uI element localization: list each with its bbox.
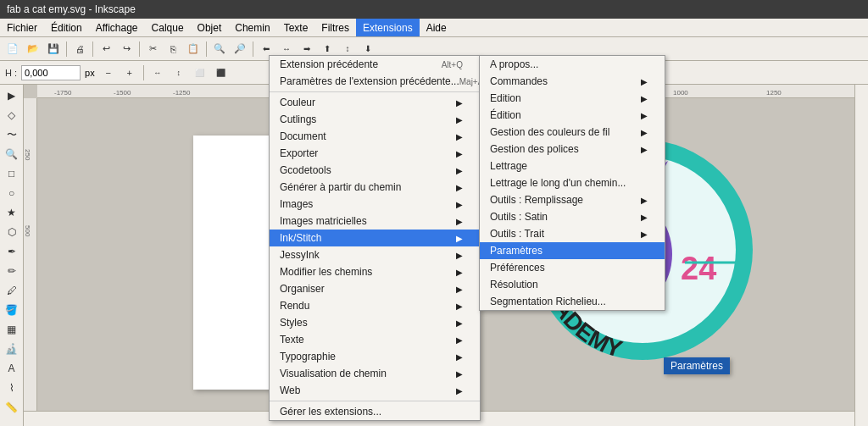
ext-images[interactable]: Images ▶ (270, 196, 480, 213)
decrease-btn[interactable]: − (99, 64, 118, 82)
right-panel (854, 85, 868, 426)
zoom-out-btn[interactable]: 🔎 (231, 40, 249, 58)
toolbar-sep5 (253, 41, 253, 57)
vertical-ruler: 250 500 (24, 98, 37, 426)
ext-gcodetools[interactable]: Gcodetools ▶ (270, 162, 480, 179)
toolbar-sep4 (206, 41, 207, 57)
tweak-tool[interactable]: 〜 (3, 125, 21, 144)
ruler-mark: 1000 (673, 89, 688, 97)
ext-typo[interactable]: Typographie ▶ (270, 348, 480, 365)
menu-extensions[interactable]: Extensions (356, 19, 420, 36)
increase-btn[interactable]: + (120, 64, 139, 82)
calligraphy-tool[interactable]: 🖊 (3, 281, 21, 300)
menu-calque[interactable]: Calque (145, 19, 191, 36)
inkstitch-preferences[interactable]: Préférences (480, 259, 665, 276)
inkstitch-outils-trait[interactable]: Outils : Trait ▶ (480, 225, 665, 242)
inkstitch-apropos[interactable]: A propos... (480, 56, 665, 73)
inkstitch-edition1[interactable]: Edition ▶ (480, 90, 665, 107)
inkstitch-resolution[interactable]: Résolution (480, 276, 665, 293)
window-title: fab a cat emy.svg - Inkscape (7, 3, 136, 15)
undo-btn[interactable]: ↩ (97, 40, 115, 58)
menu-chemin[interactable]: Chemin (228, 19, 276, 36)
ext-styles[interactable]: Styles ▶ (270, 314, 480, 331)
inkstitch-outils-satin[interactable]: Outils : Satin ▶ (480, 208, 665, 225)
copy-btn[interactable]: ⎘ (164, 40, 182, 58)
parametres-tooltip: Paramètres (664, 357, 730, 374)
inkstitch-gestion-couleurs[interactable]: Gestion des couleurs de fil ▶ (480, 124, 665, 141)
print-btn[interactable]: 🖨 (70, 40, 89, 58)
ext-inkstitch[interactable]: Ink/Stitch ▶ (270, 230, 480, 246)
flip-h-btn[interactable]: ↔ (148, 64, 167, 82)
inkstitch-edition2[interactable]: Édition ▶ (480, 107, 665, 124)
ext-sep2 (270, 401, 480, 401)
unit-label: px (85, 68, 95, 78)
redo-btn[interactable]: ↪ (117, 40, 136, 58)
menu-affichage[interactable]: Affichage (89, 19, 145, 36)
open-btn[interactable]: 📂 (24, 40, 42, 58)
inkstitch-commandes[interactable]: Commandes ▶ (480, 73, 665, 90)
gradient-tool[interactable]: ▦ (3, 320, 21, 339)
ext-sep1 (270, 91, 480, 92)
inkstitch-lettrage[interactable]: Lettrage (480, 158, 665, 174)
title-bar: fab a cat emy.svg - Inkscape (0, 0, 868, 19)
ext-document[interactable]: Document ▶ (270, 128, 480, 145)
flip-v-btn[interactable]: ↕ (170, 64, 188, 82)
ext-cutlings[interactable]: Cutlings ▶ (270, 111, 480, 128)
inkstitch-parametres[interactable]: Paramètres (480, 242, 665, 259)
ext-rendu[interactable]: Rendu ▶ (270, 297, 480, 314)
zoom-in-btn[interactable]: 🔍 (210, 40, 229, 58)
ruler-mark: 500 (24, 225, 31, 236)
circle-tool[interactable]: ○ (3, 184, 21, 202)
ext-exporter[interactable]: Exporter ▶ (270, 145, 480, 162)
menu-objet[interactable]: Objet (191, 19, 229, 36)
menu-edition[interactable]: Édition (44, 19, 89, 36)
pencil-tool[interactable]: ✏ (3, 262, 21, 280)
ruler-mark: -1750 (54, 89, 71, 97)
bucket-tool[interactable]: 🪣 (3, 301, 21, 319)
ext-images-mat[interactable]: Images matricielles ▶ (270, 213, 480, 230)
inkstitch-outils-remplissage[interactable]: Outils : Remplissage ▶ (480, 191, 665, 208)
select-tool[interactable]: ▶ (3, 86, 21, 105)
cut-btn[interactable]: ✂ (143, 40, 162, 58)
ext-previous-params[interactable]: Paramètres de l'extension précédente... … (270, 73, 480, 90)
measure-tool[interactable]: 📏 (3, 398, 21, 417)
ext-texte[interactable]: Texte ▶ (270, 331, 480, 348)
star-tool[interactable]: ★ (3, 203, 21, 222)
parametres-label: Paramètres (670, 360, 723, 372)
inkstitch-lettrage-chemin[interactable]: Lettrage le long d'un chemin... (480, 174, 665, 191)
menu-filtres[interactable]: Filtres (314, 19, 356, 36)
ext-modifier[interactable]: Modifier les chemins ▶ (270, 263, 480, 280)
ext-jessyink[interactable]: JessyInk ▶ (270, 246, 480, 263)
menu-aide[interactable]: Aide (420, 19, 453, 36)
connector-tool[interactable]: ⌇ (3, 379, 21, 397)
rect-tool[interactable]: □ (3, 164, 21, 183)
transform2-btn[interactable]: ⬛ (212, 64, 231, 82)
transform-btn[interactable]: ⬜ (191, 64, 209, 82)
ext-couleur[interactable]: Couleur ▶ (270, 94, 480, 111)
ext-web[interactable]: Web ▶ (270, 382, 480, 399)
pen-tool[interactable]: ✒ (3, 242, 21, 261)
number-24: 24 (681, 251, 716, 286)
save-btn[interactable]: 💾 (44, 40, 63, 58)
ext-generer[interactable]: Générer à partir du chemin ▶ (270, 179, 480, 196)
text-tool[interactable]: A (3, 359, 21, 378)
node-tool[interactable]: ◇ (3, 106, 21, 124)
paste-btn[interactable]: 📋 (184, 40, 203, 58)
zoom-tool[interactable]: 🔍 (3, 145, 21, 163)
ext-organiser[interactable]: Organiser ▶ (270, 280, 480, 297)
ext-previous[interactable]: Extension précédente Alt+Q (270, 56, 480, 73)
inkstitch-segmentation[interactable]: Segmentation Richelieu... (480, 293, 665, 310)
menu-fichier[interactable]: Fichier (0, 19, 44, 36)
ext-visu[interactable]: Visualisation de chemin ▶ (270, 365, 480, 382)
menu-texte[interactable]: Texte (277, 19, 315, 36)
menu-bar: Fichier Édition Affichage Calque Objet C… (0, 19, 868, 37)
inkstitch-gestion-polices[interactable]: Gestion des polices ▶ (480, 141, 665, 158)
3d-tool[interactable]: ⬡ (3, 223, 21, 241)
h-input[interactable] (21, 65, 81, 80)
ruler-mark: -1250 (173, 89, 190, 97)
eyedropper-tool[interactable]: 🔬 (3, 340, 21, 358)
ext-gerer[interactable]: Gérer les extensions... (270, 403, 480, 420)
ruler-mark: 1250 (766, 89, 782, 97)
new-btn[interactable]: 📄 (3, 40, 22, 58)
left-toolbox: ▶ ◇ 〜 🔍 □ ○ ★ ⬡ ✒ ✏ 🖊 🪣 ▦ 🔬 A ⌇ 📏 (0, 85, 24, 426)
